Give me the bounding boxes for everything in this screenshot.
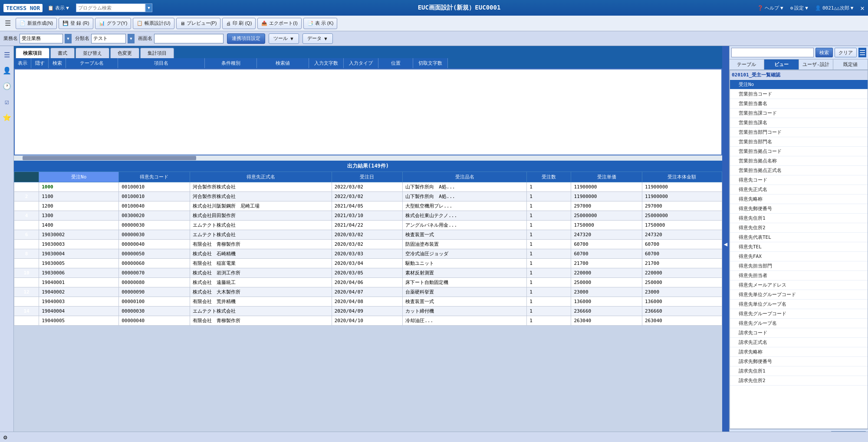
export-button[interactable]: 📤 エクポート(I) [257, 18, 301, 29]
settings-menu[interactable]: ⚙ 設定 ▼ [790, 5, 808, 11]
bunrui-input[interactable] [91, 34, 126, 43]
bunrui-dropdown[interactable]: ▼ [128, 34, 135, 43]
sidebar-icon-person[interactable]: 👤 [2, 65, 12, 76]
table-row[interactable]: 131904000300000100有限会社 荒井精機2020/04/08検査装… [14, 297, 722, 307]
tree-list-item[interactable]: 営業担当拠点名称 [730, 156, 868, 166]
table-row[interactable]: 101903000600000070株式会社 岩渕工作所2020/03/05素材… [14, 268, 722, 278]
tree-list-item[interactable]: 請求先略称 [730, 347, 868, 357]
preview-icon: 🖥 [180, 21, 185, 26]
new-create-button[interactable]: 📄 新規作成(N) [16, 18, 57, 29]
tab-narabikaee[interactable]: 並び替え [76, 48, 109, 58]
gyomu-dropdown[interactable]: ▼ [65, 34, 72, 43]
tree-list-item[interactable]: 営業担当部門名 [730, 137, 868, 147]
right-panel-menu[interactable]: ☰ [858, 48, 866, 57]
tree-list-item[interactable]: 営業担当拠点コード [730, 147, 868, 156]
tree-list[interactable]: 020101_受主一覧確認 受注No営業担当コード営業担当書名営業担当課コード営… [730, 70, 868, 429]
left-sidebar: ☰ 👤 🕐 ☑ ⭐ [0, 46, 14, 442]
table-row[interactable]: 141904000400000030エムテクト株式会社2020/04/09カット… [14, 307, 722, 316]
tab-kensaku[interactable]: 検索項目 [16, 48, 49, 58]
search-scrollbar-h[interactable] [14, 155, 722, 161]
right-clear-button[interactable]: クリア [835, 48, 857, 57]
tree-list-item[interactable]: 得意先住所2 [730, 223, 868, 233]
tree-list-item[interactable]: 請求先正式名 [730, 338, 868, 347]
tree-list-item[interactable]: 営業担当書名 [730, 99, 868, 109]
table-cell: 19030006 [39, 268, 119, 278]
tree-list-item[interactable]: 得意先担当者 [730, 271, 868, 280]
register-button[interactable]: 💾 登 録 (R) [59, 18, 93, 29]
table-row[interactable]: 4130000300020株式会社田田製作所2021/03/10株式会社東山テク… [14, 211, 722, 221]
tab-shoshiki[interactable]: 書式 [50, 48, 75, 58]
scrollbar-thumb[interactable] [23, 156, 196, 160]
hyoji-button[interactable]: 📑 表 示 (K) [303, 18, 338, 29]
sidebar-icon-menu[interactable]: ☰ [2, 49, 12, 60]
data-button[interactable]: データ ▼ [302, 33, 333, 44]
sidebar-icon-check[interactable]: ☑ [2, 96, 12, 107]
gaamen-input[interactable] [154, 34, 224, 43]
tree-list-item[interactable]: 請求先郵便番号 [730, 357, 868, 366]
tree-list-item[interactable]: 得意先単位グループコード [730, 290, 868, 300]
tool-button[interactable]: ツール ▼ [269, 33, 299, 44]
tree-list-item[interactable]: 得意先住所1 [730, 214, 868, 223]
tree-list-item[interactable]: 請求先コード [730, 328, 868, 338]
tree-list-item[interactable]: 営業担当課コード [730, 109, 868, 118]
table-cell: アングルパネル用金... [403, 221, 527, 230]
tree-list-item[interactable]: 得意先担当部門 [730, 261, 868, 271]
tree-list-item[interactable]: 受注No [730, 80, 868, 89]
tree-list-item[interactable]: 得意先FAX [730, 252, 868, 261]
chohyo-button[interactable]: 📋 帳票設計(U) [133, 18, 174, 29]
right-search-input[interactable] [731, 48, 814, 57]
tree-list-item[interactable]: 営業担当拠点正式名 [730, 166, 868, 175]
user-menu[interactable]: 👤 0021△△次郎 ▼ [815, 5, 853, 11]
table-row[interactable]: 3120000100040株式会社川阪製鋼所 尼崎工場2021/04/05大型航… [14, 201, 722, 211]
tree-list-item[interactable]: 得意先郵便番号 [730, 204, 868, 214]
menu-hyoji[interactable]: 📋 表示 ▼ [48, 5, 69, 11]
tree-list-item[interactable]: 得意先略称 [730, 195, 868, 204]
graph-button[interactable]: 📊 グラフ(Y) [95, 18, 132, 29]
sidebar-icon-clock[interactable]: 🕐 [2, 81, 12, 91]
tree-list-item[interactable]: 営業担当コード [730, 89, 868, 99]
right-tab-default[interactable]: 既定値 [833, 59, 868, 69]
table-row[interactable]: 5140000000030エムテクト株式会社2021/04/22アングルパネル用… [14, 221, 722, 230]
right-search-button[interactable]: 検索 [815, 48, 833, 57]
table-row[interactable]: 151904000500000040有限会社 青柳製作所2020/04/10冷却… [14, 316, 722, 326]
program-search-dropdown[interactable]: ▼ [145, 3, 152, 12]
tree-list-item[interactable]: 営業担当課名 [730, 118, 868, 128]
preview-button[interactable]: 🖥 プレビュー(P) [176, 18, 221, 29]
tree-list-item[interactable]: 得意先メールアドレス [730, 280, 868, 290]
tree-list-item[interactable]: 得意先TEL [730, 242, 868, 252]
program-search-input[interactable] [76, 3, 145, 12]
table-cell: 60700 [571, 249, 642, 259]
table-row[interactable]: 121904000200000090株式会社 大木製作所2020/04/07台薬… [14, 287, 722, 297]
table-row[interactable]: 71903000300000040有限会社 青柳製作所2020/03/02防固油… [14, 240, 722, 249]
tree-list-item[interactable]: 得意先グループ名 [730, 319, 868, 328]
table-row[interactable]: 81903000400000050株式会社 石崎精機2020/03/03空冷式油… [14, 249, 722, 259]
tree-list-item[interactable]: 得意先正式名 [730, 185, 868, 195]
tree-parent-item[interactable]: 020101_受主一覧確認 [730, 70, 868, 80]
gear-icon[interactable]: ⚙ [3, 434, 7, 441]
table-row[interactable]: 61903000200000030エムテクト株式会社2020/03/02検査装置… [14, 230, 722, 240]
tree-list-item[interactable]: 得意先グループコード [730, 309, 868, 319]
help-menu[interactable]: ❓ ヘルプ ▼ [757, 5, 783, 11]
tree-list-item[interactable]: 営業担当部門コード [730, 128, 868, 137]
hamburger-icon[interactable]: ☰ [2, 17, 14, 30]
print-button[interactable]: 🖨 印 刷 (Q) [222, 18, 256, 29]
tree-list-item[interactable]: 請求先住所2 [730, 376, 868, 386]
table-row[interactable]: 2110000100010河合製作所株式会社2022/03/02山下製作所向 A… [14, 192, 722, 201]
tab-shuukei[interactable]: 集計項目 [140, 48, 174, 58]
right-tab-user[interactable]: ユーザ-設計 [799, 59, 834, 69]
right-tab-table[interactable]: テーブル [730, 59, 764, 69]
table-row[interactable]: 91903000500000060有限会社 稲富電業2020/03/04駆動ユニ… [14, 259, 722, 268]
table-row[interactable]: 111904000100000080株式会社 遠藤統工2020/04/06床下ー… [14, 278, 722, 287]
right-tab-view[interactable]: ビュー [764, 59, 799, 69]
tree-list-item[interactable]: 得意先代表TEL [730, 233, 868, 242]
gyomu-input[interactable] [20, 34, 63, 43]
expand-arrow[interactable]: ◀ [722, 46, 729, 442]
close-btn[interactable]: ✕ [860, 4, 865, 12]
tree-list-item[interactable]: 得意先単位グループ名 [730, 300, 868, 309]
renkei-button[interactable]: 連携項目設定 [227, 33, 265, 44]
tab-irokawari[interactable]: 色変更 [110, 48, 139, 58]
sidebar-icon-star[interactable]: ⭐ [2, 112, 12, 122]
tree-list-item[interactable]: 請求先住所1 [730, 366, 868, 376]
tree-list-item[interactable]: 得意先コード [730, 175, 868, 185]
table-row[interactable]: 1100000100010河合製作所株式会社2022/03/02山下製作所向 A… [14, 182, 722, 192]
